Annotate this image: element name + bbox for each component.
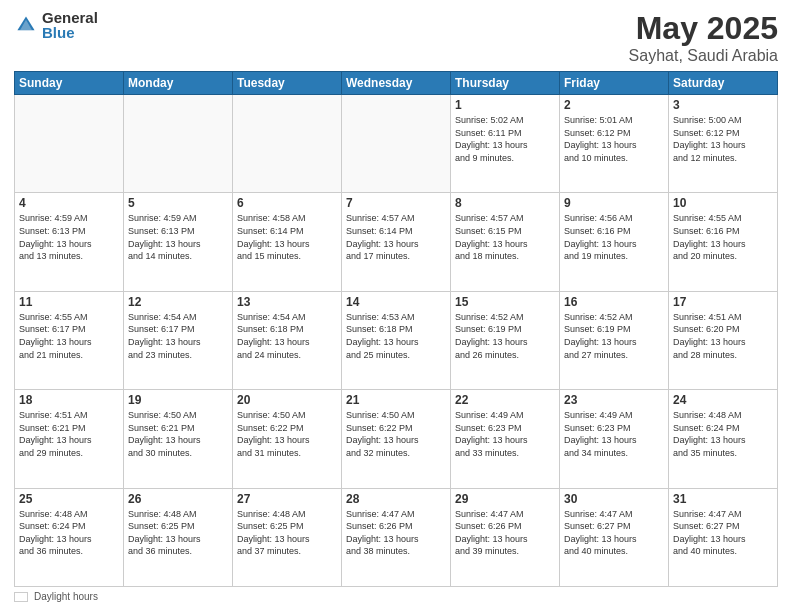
- day-info: Sunrise: 4:48 AM Sunset: 6:24 PM Dayligh…: [19, 508, 119, 558]
- calendar-cell: 6Sunrise: 4:58 AM Sunset: 6:14 PM Daylig…: [233, 193, 342, 291]
- day-info: Sunrise: 4:51 AM Sunset: 6:21 PM Dayligh…: [19, 409, 119, 459]
- day-info: Sunrise: 4:47 AM Sunset: 6:26 PM Dayligh…: [346, 508, 446, 558]
- day-number: 3: [673, 98, 773, 112]
- calendar-cell: 26Sunrise: 4:48 AM Sunset: 6:25 PM Dayli…: [124, 488, 233, 586]
- day-info: Sunrise: 4:48 AM Sunset: 6:24 PM Dayligh…: [673, 409, 773, 459]
- calendar-cell: 19Sunrise: 4:50 AM Sunset: 6:21 PM Dayli…: [124, 390, 233, 488]
- calendar-cell: 27Sunrise: 4:48 AM Sunset: 6:25 PM Dayli…: [233, 488, 342, 586]
- day-number: 16: [564, 295, 664, 309]
- day-number: 25: [19, 492, 119, 506]
- day-number: 24: [673, 393, 773, 407]
- calendar-cell: 21Sunrise: 4:50 AM Sunset: 6:22 PM Dayli…: [342, 390, 451, 488]
- day-info: Sunrise: 4:50 AM Sunset: 6:21 PM Dayligh…: [128, 409, 228, 459]
- day-info: Sunrise: 4:49 AM Sunset: 6:23 PM Dayligh…: [564, 409, 664, 459]
- calendar-cell: 12Sunrise: 4:54 AM Sunset: 6:17 PM Dayli…: [124, 291, 233, 389]
- day-info: Sunrise: 4:54 AM Sunset: 6:17 PM Dayligh…: [128, 311, 228, 361]
- day-number: 13: [237, 295, 337, 309]
- day-info: Sunrise: 4:50 AM Sunset: 6:22 PM Dayligh…: [346, 409, 446, 459]
- day-info: Sunrise: 5:00 AM Sunset: 6:12 PM Dayligh…: [673, 114, 773, 164]
- day-number: 2: [564, 98, 664, 112]
- day-number: 22: [455, 393, 555, 407]
- day-number: 19: [128, 393, 228, 407]
- calendar-cell: 5Sunrise: 4:59 AM Sunset: 6:13 PM Daylig…: [124, 193, 233, 291]
- calendar-cell: [233, 95, 342, 193]
- day-number: 29: [455, 492, 555, 506]
- calendar-cell: 24Sunrise: 4:48 AM Sunset: 6:24 PM Dayli…: [669, 390, 778, 488]
- day-number: 7: [346, 196, 446, 210]
- day-info: Sunrise: 4:48 AM Sunset: 6:25 PM Dayligh…: [237, 508, 337, 558]
- calendar-cell: 23Sunrise: 4:49 AM Sunset: 6:23 PM Dayli…: [560, 390, 669, 488]
- day-number: 14: [346, 295, 446, 309]
- day-info: Sunrise: 5:02 AM Sunset: 6:11 PM Dayligh…: [455, 114, 555, 164]
- calendar-cell: 8Sunrise: 4:57 AM Sunset: 6:15 PM Daylig…: [451, 193, 560, 291]
- calendar-cell: 17Sunrise: 4:51 AM Sunset: 6:20 PM Dayli…: [669, 291, 778, 389]
- day-number: 23: [564, 393, 664, 407]
- calendar-cell: 18Sunrise: 4:51 AM Sunset: 6:21 PM Dayli…: [15, 390, 124, 488]
- calendar-week-1: 1Sunrise: 5:02 AM Sunset: 6:11 PM Daylig…: [15, 95, 778, 193]
- calendar-header-row: SundayMondayTuesdayWednesdayThursdayFrid…: [15, 72, 778, 95]
- day-number: 20: [237, 393, 337, 407]
- day-info: Sunrise: 4:54 AM Sunset: 6:18 PM Dayligh…: [237, 311, 337, 361]
- day-number: 8: [455, 196, 555, 210]
- day-number: 30: [564, 492, 664, 506]
- calendar-header-saturday: Saturday: [669, 72, 778, 95]
- calendar-cell: 20Sunrise: 4:50 AM Sunset: 6:22 PM Dayli…: [233, 390, 342, 488]
- calendar-cell: 7Sunrise: 4:57 AM Sunset: 6:14 PM Daylig…: [342, 193, 451, 291]
- day-info: Sunrise: 4:50 AM Sunset: 6:22 PM Dayligh…: [237, 409, 337, 459]
- logo: General Blue: [14, 10, 98, 40]
- day-number: 12: [128, 295, 228, 309]
- calendar-cell: 11Sunrise: 4:55 AM Sunset: 6:17 PM Dayli…: [15, 291, 124, 389]
- day-number: 17: [673, 295, 773, 309]
- day-number: 31: [673, 492, 773, 506]
- day-number: 1: [455, 98, 555, 112]
- calendar-cell: 16Sunrise: 4:52 AM Sunset: 6:19 PM Dayli…: [560, 291, 669, 389]
- day-info: Sunrise: 4:55 AM Sunset: 6:17 PM Dayligh…: [19, 311, 119, 361]
- calendar-header-friday: Friday: [560, 72, 669, 95]
- day-info: Sunrise: 4:53 AM Sunset: 6:18 PM Dayligh…: [346, 311, 446, 361]
- day-info: Sunrise: 4:47 AM Sunset: 6:27 PM Dayligh…: [673, 508, 773, 558]
- calendar-header-thursday: Thursday: [451, 72, 560, 95]
- day-info: Sunrise: 4:52 AM Sunset: 6:19 PM Dayligh…: [455, 311, 555, 361]
- day-info: Sunrise: 4:59 AM Sunset: 6:13 PM Dayligh…: [19, 212, 119, 262]
- day-info: Sunrise: 4:49 AM Sunset: 6:23 PM Dayligh…: [455, 409, 555, 459]
- day-info: Sunrise: 4:56 AM Sunset: 6:16 PM Dayligh…: [564, 212, 664, 262]
- day-number: 28: [346, 492, 446, 506]
- day-info: Sunrise: 4:57 AM Sunset: 6:14 PM Dayligh…: [346, 212, 446, 262]
- day-number: 27: [237, 492, 337, 506]
- day-info: Sunrise: 4:57 AM Sunset: 6:15 PM Dayligh…: [455, 212, 555, 262]
- calendar-cell: 29Sunrise: 4:47 AM Sunset: 6:26 PM Dayli…: [451, 488, 560, 586]
- day-info: Sunrise: 4:55 AM Sunset: 6:16 PM Dayligh…: [673, 212, 773, 262]
- day-info: Sunrise: 4:52 AM Sunset: 6:19 PM Dayligh…: [564, 311, 664, 361]
- calendar-table: SundayMondayTuesdayWednesdayThursdayFrid…: [14, 71, 778, 587]
- day-number: 11: [19, 295, 119, 309]
- day-info: Sunrise: 4:47 AM Sunset: 6:26 PM Dayligh…: [455, 508, 555, 558]
- calendar-cell: 30Sunrise: 4:47 AM Sunset: 6:27 PM Dayli…: [560, 488, 669, 586]
- calendar-week-3: 11Sunrise: 4:55 AM Sunset: 6:17 PM Dayli…: [15, 291, 778, 389]
- logo-icon: [14, 13, 38, 37]
- calendar-cell: 9Sunrise: 4:56 AM Sunset: 6:16 PM Daylig…: [560, 193, 669, 291]
- calendar-cell: 14Sunrise: 4:53 AM Sunset: 6:18 PM Dayli…: [342, 291, 451, 389]
- footer: Daylight hours: [14, 591, 778, 602]
- day-number: 5: [128, 196, 228, 210]
- calendar-cell: 28Sunrise: 4:47 AM Sunset: 6:26 PM Dayli…: [342, 488, 451, 586]
- day-info: Sunrise: 4:59 AM Sunset: 6:13 PM Dayligh…: [128, 212, 228, 262]
- day-number: 15: [455, 295, 555, 309]
- calendar-cell: 13Sunrise: 4:54 AM Sunset: 6:18 PM Dayli…: [233, 291, 342, 389]
- logo-general-text: General: [42, 10, 98, 25]
- calendar-cell: [124, 95, 233, 193]
- calendar-cell: 31Sunrise: 4:47 AM Sunset: 6:27 PM Dayli…: [669, 488, 778, 586]
- calendar-cell: 25Sunrise: 4:48 AM Sunset: 6:24 PM Dayli…: [15, 488, 124, 586]
- calendar-header-wednesday: Wednesday: [342, 72, 451, 95]
- calendar-week-2: 4Sunrise: 4:59 AM Sunset: 6:13 PM Daylig…: [15, 193, 778, 291]
- day-info: Sunrise: 5:01 AM Sunset: 6:12 PM Dayligh…: [564, 114, 664, 164]
- page: General Blue May 2025 Sayhat, Saudi Arab…: [0, 0, 792, 612]
- footer-box: [14, 592, 28, 602]
- day-number: 4: [19, 196, 119, 210]
- logo-blue-text: Blue: [42, 25, 98, 40]
- footer-label: Daylight hours: [34, 591, 98, 602]
- calendar-cell: 2Sunrise: 5:01 AM Sunset: 6:12 PM Daylig…: [560, 95, 669, 193]
- day-info: Sunrise: 4:58 AM Sunset: 6:14 PM Dayligh…: [237, 212, 337, 262]
- calendar-header-tuesday: Tuesday: [233, 72, 342, 95]
- calendar-cell: 10Sunrise: 4:55 AM Sunset: 6:16 PM Dayli…: [669, 193, 778, 291]
- calendar-header-sunday: Sunday: [15, 72, 124, 95]
